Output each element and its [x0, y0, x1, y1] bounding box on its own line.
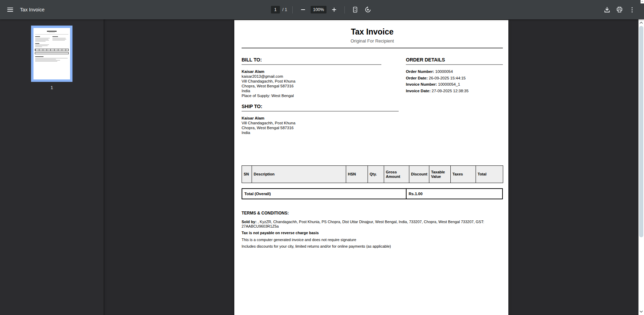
- menu-icon: [7, 8, 13, 12]
- col-header-taxes: Taxes: [451, 166, 476, 183]
- toolbar-right-group: [602, 4, 644, 15]
- col-header-discount: Discount: [409, 166, 429, 183]
- order-detail-label: Invoice Date:: [406, 89, 431, 93]
- zoom-level-display[interactable]: 100%: [311, 6, 326, 13]
- terms-section: TERMS & CONDITIONS: Sold by: , KyzZR, Ch…: [242, 211, 503, 249]
- sold-by-label: Sold by:: [242, 220, 256, 224]
- col-header-total: Total: [476, 166, 503, 183]
- download-icon: [604, 6, 611, 13]
- order-detail-value: 10000054_1: [438, 82, 460, 86]
- chevron-down-icon: [640, 311, 643, 313]
- page-count-label: / 1: [282, 7, 287, 12]
- page-number-input[interactable]: [271, 6, 280, 13]
- sold-by-line: Sold by: , KyzZR, Chandagachh, Post Khun…: [242, 220, 503, 228]
- bill-to-line: kaisar2013@gmail.com: [242, 74, 399, 79]
- ship-to-name: Kaisar Alam: [242, 116, 399, 121]
- toolbar-divider: [292, 6, 293, 13]
- order-detail-value: 26-09-2025 15:44:15: [429, 76, 466, 80]
- three-dot-menu-icon: [632, 7, 633, 12]
- zoom-out-icon: [301, 9, 305, 10]
- order-detail-label: Order Number:: [406, 69, 434, 74]
- thumbnail-sidebar: 1: [0, 19, 104, 315]
- order-detail-value: 27-09-2025 12:38:35: [432, 89, 469, 93]
- rotate-button[interactable]: [363, 4, 373, 15]
- col-header-hsn: HSN: [346, 166, 368, 183]
- viewer-content: 1 Tax Invoice Original For Recipient BIL…: [0, 19, 644, 315]
- title-divider: [242, 48, 503, 48]
- bill-to-name: Kaisar Alam: [242, 69, 399, 74]
- invoice-page: Tax Invoice Original For Recipient BILL …: [234, 20, 508, 315]
- scroll-down-button[interactable]: [638, 309, 644, 314]
- menu-button[interactable]: [5, 4, 15, 15]
- scroll-up-button[interactable]: [638, 20, 644, 26]
- bill-to-line: Vill Chandagachh, Post Khuna: [242, 79, 399, 84]
- page-thumbnail-frame: [31, 26, 72, 82]
- terms-note: This is a computer generated invoice and…: [242, 238, 503, 242]
- order-detail-row: Invoice Date: 27-09-2025 12:38:35: [406, 88, 503, 94]
- rotate-counterclockwise-icon: [364, 6, 371, 13]
- invoice-title: Tax Invoice: [242, 27, 503, 37]
- chevron-up-icon: [641, 0, 644, 3]
- order-detail-label: Invoice Number:: [406, 82, 437, 86]
- total-label: Total (Overall): [242, 189, 406, 199]
- toolbar-center-group: / 1 100%: [271, 0, 373, 19]
- thumbnail-page-number: 1: [31, 85, 72, 90]
- order-detail-row: Order Date: 26-09-2025 15:44:15: [406, 75, 503, 82]
- terms-heading: TERMS & CONDITIONS:: [242, 211, 503, 216]
- ship-to-line: Vill Chandagachh, Post Khuna: [242, 121, 399, 125]
- terms-note: Includes discounts for your city, limite…: [242, 244, 503, 249]
- order-details-rows: Order Number: 10000054 Order Date: 26-09…: [406, 68, 503, 94]
- page-thumbnail[interactable]: 1: [31, 26, 72, 90]
- col-header-gross-amount: Gross Amount: [384, 166, 409, 183]
- invoice-subtitle: Original For Recipient: [242, 38, 503, 44]
- invoice-columns: BILL TO: Kaisar Alam kaisar2013@gmail.co…: [242, 57, 503, 135]
- ship-to-section: SHIP TO: Kaisar Alam Vill Chandagachh, P…: [242, 104, 399, 135]
- bill-to-line: Place of Supply: West Bengal: [242, 93, 399, 98]
- zoom-out-button[interactable]: [298, 4, 308, 15]
- print-button[interactable]: [614, 4, 625, 15]
- col-header-taxable-value: Taxable Value: [429, 166, 451, 183]
- toolbar-left-group: Tax Invoice: [0, 4, 45, 15]
- bill-to-address: Kaisar Alam kaisar2013@gmail.com Vill Ch…: [242, 69, 399, 98]
- col-header-description: Description: [252, 166, 346, 183]
- chevron-up-icon: [640, 22, 643, 24]
- browser-scrollbar-corner: [641, 0, 644, 3]
- toolbar-document-title: Tax Invoice: [20, 7, 45, 12]
- bill-to-section: BILL TO: Kaisar Alam kaisar2013@gmail.co…: [242, 57, 399, 98]
- col-header-qty: Qty.: [368, 166, 384, 183]
- toolbar-divider: [344, 6, 345, 13]
- download-button[interactable]: [602, 4, 612, 15]
- ship-to-address: Kaisar Alam Vill Chandagachh, Post Khuna…: [242, 116, 399, 135]
- pdf-toolbar: Tax Invoice / 1 100%: [0, 0, 644, 19]
- bill-to-line: Chopra, West Bengal 587316: [242, 84, 399, 88]
- fit-to-page-icon: [352, 6, 359, 13]
- print-icon: [616, 6, 623, 13]
- order-detail-value: 10000054: [435, 69, 453, 74]
- document-viewer[interactable]: Tax Invoice Original For Recipient BILL …: [104, 19, 638, 315]
- sold-by-text: , KyzZR, Chandagachh, Post Khunia, PS Ch…: [242, 220, 484, 228]
- table-header-row: SN Description HSN Qty. Gross Amount Dis…: [242, 166, 503, 183]
- total-value: Rs.1.00: [406, 189, 502, 199]
- col-header-sn: SN: [242, 166, 252, 183]
- order-details-section: ORDER DETAILS Order Number: 10000054 Ord…: [406, 57, 503, 135]
- order-detail-row: Invoice Number: 10000054_1: [406, 81, 503, 88]
- ship-to-line: Chopra, West Bengal 587316: [242, 125, 399, 130]
- zoom-in-icon: [332, 8, 336, 12]
- bill-to-line: India: [242, 88, 399, 93]
- bill-to-heading: BILL TO:: [242, 57, 381, 65]
- fit-to-page-button[interactable]: [350, 4, 360, 15]
- line-items-table: SN Description HSN Qty. Gross Amount Dis…: [242, 165, 503, 183]
- order-detail-row: Order Number: 10000054: [406, 68, 503, 75]
- reverse-charge-note: Tax is not payable on reverse charge bas…: [242, 231, 503, 235]
- more-options-button[interactable]: [627, 4, 637, 15]
- ship-to-heading: SHIP TO:: [242, 104, 399, 112]
- addresses-column: BILL TO: Kaisar Alam kaisar2013@gmail.co…: [242, 57, 399, 135]
- total-row: Total (Overall) Rs.1.00: [242, 189, 502, 199]
- order-detail-label: Order Date:: [406, 76, 428, 80]
- vertical-scrollbar[interactable]: [638, 19, 644, 315]
- totals-table: Total (Overall) Rs.1.00: [242, 188, 503, 199]
- order-details-heading: ORDER DETAILS: [406, 57, 503, 65]
- zoom-in-button[interactable]: [329, 4, 339, 15]
- ship-to-line: India: [242, 130, 399, 135]
- scrollbar-thumb[interactable]: [639, 26, 643, 237]
